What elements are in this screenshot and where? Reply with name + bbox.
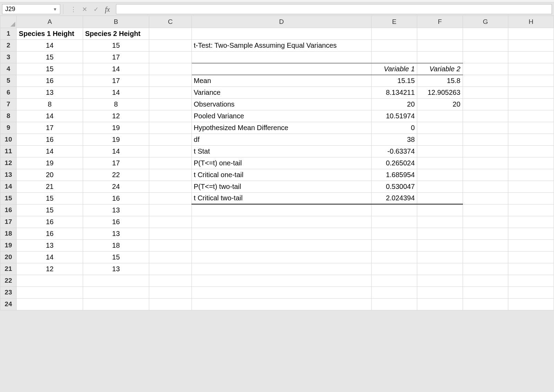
cell-E5[interactable]: 15.15 <box>372 75 417 86</box>
row-header[interactable]: 1 <box>0 28 17 39</box>
cell-F15[interactable] <box>417 192 463 204</box>
cell-G5[interactable] <box>463 75 508 86</box>
cell-F24[interactable] <box>417 298 463 310</box>
row-header[interactable]: 3 <box>0 51 17 63</box>
cell-A20[interactable]: 14 <box>17 251 83 263</box>
cell-E8[interactable]: 10.51974 <box>372 110 417 122</box>
row-header[interactable]: 10 <box>0 134 17 145</box>
cell-F1[interactable] <box>417 28 463 39</box>
cell-G12[interactable] <box>463 157 508 169</box>
cell-C14[interactable] <box>149 181 191 192</box>
row-header[interactable]: 8 <box>0 110 17 122</box>
cell-G3[interactable] <box>463 51 508 63</box>
cell-C9[interactable] <box>149 122 191 134</box>
cell-A9[interactable]: 17 <box>17 122 83 134</box>
cell-C3[interactable] <box>149 51 191 63</box>
cell-C2[interactable] <box>149 39 191 51</box>
cell-A12[interactable]: 19 <box>17 157 83 169</box>
cell-B23[interactable] <box>83 286 149 298</box>
cell-A10[interactable]: 16 <box>17 134 83 145</box>
cell-F18[interactable] <box>417 228 463 239</box>
cell-E9[interactable]: 0 <box>372 122 417 134</box>
name-box[interactable]: J29 ▼ <box>2 4 60 14</box>
cell-E16[interactable] <box>372 204 417 216</box>
cell-D16[interactable] <box>191 204 372 216</box>
cell-E13[interactable]: 1.685954 <box>372 169 417 181</box>
cell-A17[interactable]: 16 <box>17 216 83 228</box>
cell-H24[interactable] <box>508 298 554 310</box>
cell-G17[interactable] <box>463 216 508 228</box>
cell-D7[interactable]: Observations <box>191 98 372 110</box>
cell-A19[interactable]: 13 <box>17 239 83 251</box>
cell-B1[interactable]: Species 2 Height <box>83 28 149 39</box>
cell-A22[interactable] <box>17 275 83 286</box>
cell-B7[interactable]: 8 <box>83 98 149 110</box>
cell-E21[interactable] <box>372 263 417 275</box>
cell-H20[interactable] <box>508 251 554 263</box>
cell-E3[interactable] <box>372 51 417 63</box>
cell-E12[interactable]: 0.265024 <box>372 157 417 169</box>
cell-F17[interactable] <box>417 216 463 228</box>
cancel-icon[interactable]: ✕ <box>82 6 87 12</box>
cell-D3[interactable] <box>191 51 372 63</box>
cell-F8[interactable] <box>417 110 463 122</box>
cell-B20[interactable]: 15 <box>83 251 149 263</box>
cell-G13[interactable] <box>463 169 508 181</box>
cell-F9[interactable] <box>417 122 463 134</box>
cell-G18[interactable] <box>463 228 508 239</box>
select-all-corner[interactable] <box>0 16 17 28</box>
cell-H5[interactable] <box>508 75 554 86</box>
cell-G22[interactable] <box>463 275 508 286</box>
cell-H3[interactable] <box>508 51 554 63</box>
cell-G23[interactable] <box>463 286 508 298</box>
formula-input[interactable] <box>116 4 552 14</box>
cell-B4[interactable]: 14 <box>83 63 149 75</box>
cell-E22[interactable] <box>372 275 417 286</box>
cell-G19[interactable] <box>463 239 508 251</box>
cell-C11[interactable] <box>149 145 191 157</box>
cell-G2[interactable] <box>463 39 508 51</box>
cell-F7[interactable]: 20 <box>417 98 463 110</box>
grid[interactable]: A B C D E F G H 1Species 1 HeightSpecies… <box>0 16 554 310</box>
cell-H8[interactable] <box>508 110 554 122</box>
cell-B18[interactable]: 13 <box>83 228 149 239</box>
cell-H10[interactable] <box>508 134 554 145</box>
cell-C10[interactable] <box>149 134 191 145</box>
cell-D17[interactable] <box>191 216 372 228</box>
cell-A1[interactable]: Species 1 Height <box>17 28 83 39</box>
row-header[interactable]: 17 <box>0 216 17 228</box>
cell-B10[interactable]: 19 <box>83 134 149 145</box>
cell-D2[interactable]: t-Test: Two-Sample Assuming Equal Varian… <box>191 39 372 51</box>
cell-B13[interactable]: 22 <box>83 169 149 181</box>
row-header[interactable]: 12 <box>0 157 17 169</box>
cell-E23[interactable] <box>372 286 417 298</box>
cell-C24[interactable] <box>149 298 191 310</box>
cell-B2[interactable]: 15 <box>83 39 149 51</box>
cell-B21[interactable]: 13 <box>83 263 149 275</box>
cell-E19[interactable] <box>372 239 417 251</box>
cell-F23[interactable] <box>417 286 463 298</box>
cell-H18[interactable] <box>508 228 554 239</box>
cell-C12[interactable] <box>149 157 191 169</box>
row-header[interactable]: 14 <box>0 181 17 192</box>
row-header[interactable]: 22 <box>0 275 17 286</box>
cell-E7[interactable]: 20 <box>372 98 417 110</box>
cell-G21[interactable] <box>463 263 508 275</box>
cell-H11[interactable] <box>508 145 554 157</box>
cell-D5[interactable]: Mean <box>191 75 372 86</box>
enter-icon[interactable]: ✓ <box>93 6 99 12</box>
col-header-B[interactable]: B <box>83 16 149 28</box>
cell-D11[interactable]: t Stat <box>191 145 372 157</box>
cell-E11[interactable]: -0.63374 <box>372 145 417 157</box>
cell-H6[interactable] <box>508 86 554 98</box>
cell-E18[interactable] <box>372 228 417 239</box>
cell-D8[interactable]: Pooled Variance <box>191 110 372 122</box>
cell-C22[interactable] <box>149 275 191 286</box>
cell-C21[interactable] <box>149 263 191 275</box>
cell-G24[interactable] <box>463 298 508 310</box>
cell-D13[interactable]: t Critical one-tail <box>191 169 372 181</box>
cell-C18[interactable] <box>149 228 191 239</box>
cell-H21[interactable] <box>508 263 554 275</box>
more-icon[interactable]: ⋮ <box>70 6 76 12</box>
cell-C20[interactable] <box>149 251 191 263</box>
